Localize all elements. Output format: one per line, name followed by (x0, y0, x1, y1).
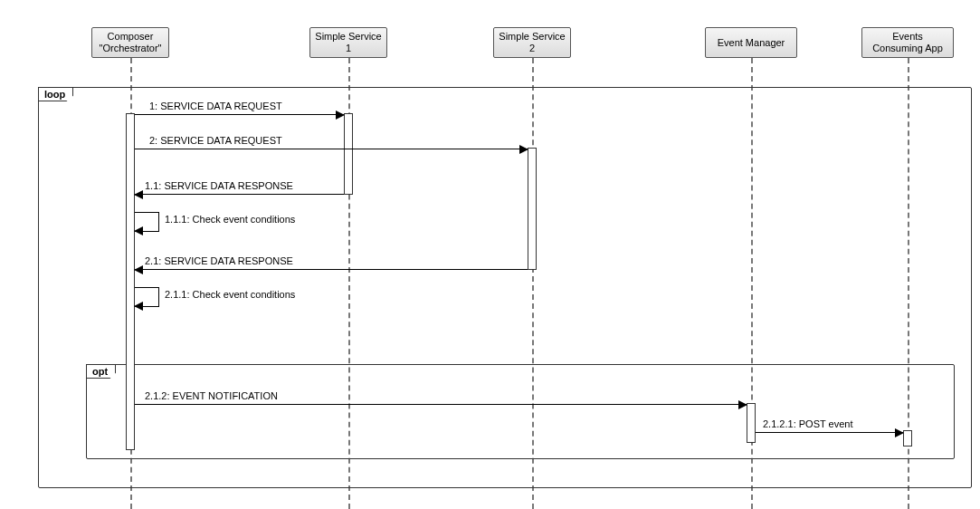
msg-2-1-2-label: 2.1.2: EVENT NOTIFICATION (145, 390, 278, 401)
arrowhead-icon (134, 226, 143, 235)
activation-consumer (903, 430, 912, 447)
msg-2-1-2-1-label: 2.1.2.1: POST event (763, 418, 852, 429)
arrowhead-icon (336, 110, 345, 120)
msg-2-1-2-1 (756, 432, 903, 434)
arrowhead-icon (519, 145, 528, 154)
msg-2-1-1 (135, 287, 159, 307)
msg-2-1-2 (135, 404, 747, 406)
activation-svc1 (344, 113, 353, 195)
participant-svc1: Simple Service 1 (309, 27, 387, 58)
participant-consumer: Events Consuming App (861, 27, 954, 58)
msg-2 (135, 149, 528, 150)
activation-svc2 (528, 148, 537, 270)
arrowhead-icon (738, 400, 747, 409)
msg-2-label: 2: SERVICE DATA REQUEST (149, 135, 282, 146)
activation-composer (126, 113, 135, 450)
msg-1-1 (135, 194, 344, 196)
msg-2-1 (135, 269, 528, 271)
arrowhead-icon (134, 302, 143, 311)
participant-composer: Composer "Orchestrator" (91, 27, 169, 58)
activation-evtmgr (747, 403, 756, 443)
msg-1-label: 1: SERVICE DATA REQUEST (149, 101, 282, 111)
msg-1-1-1 (135, 212, 159, 232)
msg-1-1-label: 1.1: SERVICE DATA RESPONSE (145, 180, 293, 191)
msg-2-1-label: 2.1: SERVICE DATA RESPONSE (145, 255, 293, 266)
fragment-opt: opt (86, 364, 955, 459)
fragment-loop-label: loop (38, 87, 73, 101)
arrowhead-icon (895, 428, 904, 437)
fragment-opt-label: opt (86, 364, 116, 379)
participant-evtmgr: Event Manager (705, 27, 797, 58)
msg-1-1-1-label: 1.1.1: Check event conditions (165, 214, 295, 225)
participant-svc2: Simple Service 2 (493, 27, 571, 58)
msg-2-1-1-label: 2.1.1: Check event conditions (165, 289, 295, 300)
arrowhead-icon (134, 190, 143, 199)
arrowhead-icon (134, 265, 143, 274)
sequence-diagram: Composer "Orchestrator" Simple Service 1… (0, 0, 980, 509)
msg-1 (135, 114, 344, 116)
